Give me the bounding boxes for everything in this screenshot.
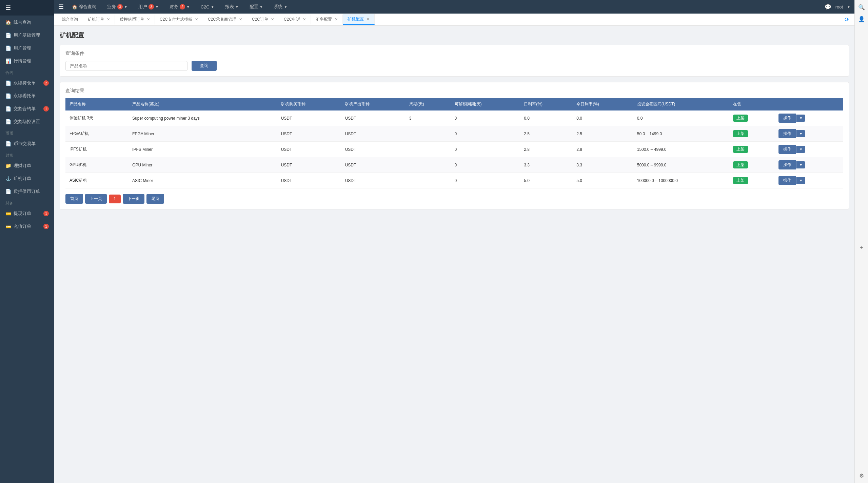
cell-name-en: ASIC Miner: [128, 173, 277, 188]
action-dropdown-button[interactable]: ▼: [796, 177, 805, 184]
chart-icon: 📊: [5, 58, 11, 64]
topbar-home[interactable]: 🏠 综合查询: [69, 2, 99, 11]
pagination-prev[interactable]: 上一页: [85, 194, 107, 204]
topbar-report[interactable]: 报表 ▼: [222, 2, 241, 11]
action-button[interactable]: 操作: [778, 129, 796, 138]
cell-unlock-period: 0: [451, 173, 520, 188]
hamburger-icon[interactable]: ☰: [5, 4, 11, 12]
sidebar-section-contract: 📄 永续持仓单 2 📄 永续委托单 📄 交割合约单 1 📄 交割场控设置: [0, 77, 54, 128]
action-dropdown-button[interactable]: ▼: [796, 115, 805, 122]
topbar-business[interactable]: 业务 3 ▼: [104, 2, 130, 11]
action-button[interactable]: 操作: [778, 160, 796, 169]
doc-icon: 📄: [5, 141, 11, 146]
tab-c2c-payment[interactable]: C2C支付方式模板 ✕: [155, 15, 203, 24]
sidebar-item-hold-forever[interactable]: 📄 永续持仓单 2: [0, 77, 54, 89]
cell-today-rate: 3.3: [572, 157, 633, 173]
tab-miner-order-close[interactable]: ✕: [107, 17, 110, 22]
cell-action: 操作 ▼: [774, 126, 843, 142]
sidebar-item-trade-market[interactable]: 📄 交割场控设置: [0, 115, 54, 128]
result-label: 查询结果: [65, 88, 843, 94]
pagination-next[interactable]: 下一页: [123, 194, 144, 204]
sidebar-item-recharge[interactable]: 💳 充值订单 1: [0, 220, 54, 233]
tab-exchange-rate[interactable]: 汇率配置 ✕: [311, 15, 343, 24]
search-button[interactable]: 查询: [192, 61, 217, 71]
tab-exchange-rate-close[interactable]: ✕: [335, 17, 338, 22]
action-group: 操作 ▼: [778, 145, 839, 154]
doc-icon: 📄: [5, 93, 11, 99]
sidebar-item-user-mgmt[interactable]: 📄 用户管理: [0, 42, 54, 55]
cell-amount-range: 5000.0 – 9999.0: [633, 157, 729, 173]
action-button[interactable]: 操作: [778, 114, 796, 123]
page-title: 矿机配置: [60, 31, 849, 39]
sidebar-item-wealth-order[interactable]: 📁 理财订单: [0, 159, 54, 172]
user-label[interactable]: root: [835, 4, 843, 9]
action-dropdown-button[interactable]: ▼: [796, 130, 805, 137]
sidebar-item-label: 交割合约单: [14, 106, 36, 112]
status-badge: 上架: [733, 177, 748, 184]
cell-amount-range: 1500.0 – 4999.0: [633, 142, 729, 157]
topbar-finance[interactable]: 财务 2 ▼: [167, 2, 193, 11]
pagination-first[interactable]: 首页: [65, 194, 83, 204]
cell-name-en: IPFS Miner: [128, 142, 277, 157]
tab-miner-config-close[interactable]: ✕: [367, 17, 370, 21]
sidebar-item-label: 综合查询: [14, 19, 31, 25]
action-button[interactable]: 操作: [778, 145, 796, 154]
tab-refresh-icon[interactable]: ⟳: [842, 15, 852, 24]
topbar-menu-icon[interactable]: ☰: [58, 3, 64, 11]
sidebar-section-wealth-label: 财富: [0, 150, 54, 159]
search-icon[interactable]: 🔍: [857, 3, 866, 12]
tab-miner-config[interactable]: 矿机配置 ✕: [343, 14, 375, 25]
sidebar-item-trade-contract[interactable]: 📄 交割合约单 1: [0, 102, 54, 115]
chevron-down-icon: ▼: [847, 5, 850, 9]
tab-pledge-coin-close[interactable]: ✕: [147, 17, 150, 22]
card-icon: 💳: [5, 211, 11, 216]
sidebar-item-coin-trade[interactable]: 📄 币市交易单: [0, 137, 54, 150]
tab-c2c-merchant-close[interactable]: ✕: [239, 17, 242, 22]
tab-c2c-complaint-close[interactable]: ✕: [303, 17, 306, 22]
settings-icon[interactable]: ⚙: [858, 471, 865, 480]
tab-c2c-merchant[interactable]: C2C承兑商管理 ✕: [203, 15, 247, 24]
user-icon[interactable]: 👤: [857, 15, 866, 24]
sidebar-item-user-basic[interactable]: 📄 用户基础管理: [0, 29, 54, 42]
tab-overview[interactable]: 综合查询: [57, 15, 83, 24]
home-icon: 🏠: [72, 4, 77, 9]
action-dropdown-button[interactable]: ▼: [796, 146, 805, 153]
topbar-system[interactable]: 系统 ▼: [271, 2, 290, 11]
cell-buy-coin: USDT: [277, 126, 341, 142]
tab-pledge-coin[interactable]: 质押借币订单 ✕: [115, 15, 155, 24]
sidebar-item-label: 理财订单: [14, 163, 31, 169]
add-icon[interactable]: ＋: [857, 243, 866, 253]
content: 矿机配置 查询条件 查询 查询结果 产品名称 产品名称(英文) 矿机购买币种 矿…: [54, 26, 854, 483]
sidebar-item-label: 永续委托单: [14, 93, 36, 99]
tab-miner-order-label: 矿机订单: [88, 17, 104, 22]
topbar-config[interactable]: 配置 ▼: [247, 2, 266, 11]
sidebar-item-label: 永续持仓单: [14, 80, 36, 86]
sidebar-item-label: 行情管理: [14, 58, 31, 64]
topbar-business-label: 业务: [107, 4, 116, 10]
sidebar-item-market[interactable]: 📊 行情管理: [0, 55, 54, 67]
cell-name-en: GPU Miner: [128, 157, 277, 173]
pagination-current[interactable]: 1: [109, 195, 121, 203]
sidebar-item-label: 矿机订单: [14, 176, 31, 182]
tab-c2c-payment-close[interactable]: ✕: [195, 17, 198, 22]
cell-amount-range: 100000.0 – 1000000.0: [633, 173, 729, 188]
action-button[interactable]: 操作: [778, 176, 796, 185]
sidebar-item-overview[interactable]: 🏠 综合查询: [0, 16, 54, 29]
action-dropdown-button[interactable]: ▼: [796, 161, 805, 168]
pagination-last[interactable]: 尾页: [146, 194, 164, 204]
tab-c2c-complaint[interactable]: C2C申诉 ✕: [279, 15, 311, 24]
tab-miner-order[interactable]: 矿机订单 ✕: [83, 15, 115, 24]
sidebar-item-pledge-order[interactable]: 📄 质押借币订单: [0, 185, 54, 198]
status-badge: 上架: [733, 146, 748, 153]
sidebar-item-miner-order[interactable]: ⚓ 矿机订单: [0, 172, 54, 185]
tab-c2c-order[interactable]: C2C订单 ✕: [247, 15, 279, 24]
result-card: 查询结果 产品名称 产品名称(英文) 矿机购买币种 矿机产出币种 周期(天) 可…: [60, 82, 849, 209]
tab-c2c-order-close[interactable]: ✕: [271, 17, 274, 22]
topbar-c2c[interactable]: C2C ▼: [198, 3, 217, 11]
sidebar-item-withdraw[interactable]: 💳 提现订单 1: [0, 207, 54, 220]
chevron-down-icon: ▼: [235, 5, 239, 9]
search-input[interactable]: [65, 61, 188, 71]
sidebar-item-entrust-forever[interactable]: 📄 永续委托单: [0, 89, 54, 102]
topbar-users[interactable]: 用户 3 ▼: [136, 2, 161, 11]
message-icon[interactable]: 💬: [825, 4, 831, 10]
